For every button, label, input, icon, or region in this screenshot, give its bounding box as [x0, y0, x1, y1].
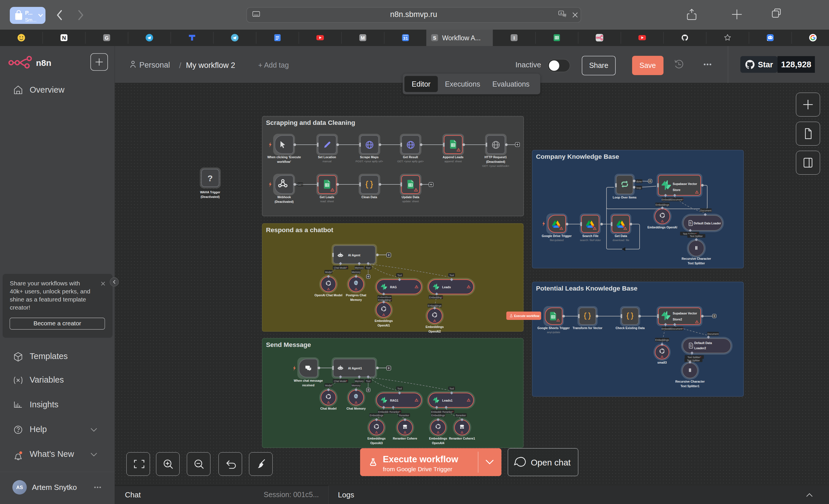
svg-text:(Deactivated): (Deactivated) — [486, 160, 505, 163]
svg-text:Text Splitter: Text Splitter — [688, 262, 705, 265]
svg-text:A: A — [560, 12, 562, 15]
svg-text:OpenAI4: OpenAI4 — [432, 441, 444, 445]
svg-text:Reranker Cohere: Reranker Cohere — [393, 437, 418, 440]
svg-text:Loader2: Loader2 — [694, 346, 706, 350]
svg-text:?: ? — [208, 173, 213, 183]
svg-text:loop: loop — [637, 186, 641, 189]
svg-text:Variables: Variables — [30, 375, 64, 384]
svg-text:40k+ users, unlock perks, and: 40k+ users, unlock perks, and — [10, 288, 91, 295]
svg-text:Embeddings OpenAI: Embeddings OpenAI — [647, 226, 677, 229]
svg-text:Execute workflow: Execute workflow — [383, 454, 459, 464]
svg-text:Clean Data: Clean Data — [362, 195, 377, 199]
svg-text:Evaluations: Evaluations — [492, 80, 529, 88]
svg-text:Embeddings: Embeddings — [429, 437, 447, 440]
svg-text:Session: 001c5...: Session: 001c5... — [264, 491, 319, 499]
svg-text:Loop Over Items: Loop Over Items — [613, 196, 637, 199]
svg-text:GET: <your apify get>: GET: <your apify get> — [397, 160, 424, 163]
svg-text:Reranker Cohere1: Reranker Cohere1 — [449, 437, 475, 440]
svg-text:from Google Drive Trigger: from Google Drive Trigger — [383, 466, 453, 472]
svg-text:Transform for Vector: Transform for Vector — [573, 326, 602, 330]
svg-text:Get Data: Get Data — [615, 234, 627, 238]
svg-text:Model: Model — [325, 384, 332, 387]
svg-text:Templates: Templates — [30, 352, 68, 361]
svg-text:Tool: Tool — [397, 387, 402, 390]
svg-text:OpenAI1: OpenAI1 — [377, 324, 390, 327]
svg-text:Embeddings: Embeddings — [426, 325, 443, 328]
svg-text:WAHA Trigger: WAHA Trigger — [200, 190, 220, 194]
svg-text:read: sheet: read: sheet — [320, 200, 334, 203]
svg-text:Supabase Vector: Supabase Vector — [673, 312, 697, 315]
svg-text:When clicking ‘Execute: When clicking ‘Execute — [267, 155, 301, 159]
svg-text:GET: GET — [298, 183, 302, 186]
svg-text:My workflow 2: My workflow 2 — [186, 61, 235, 70]
svg-text:Reranker*: Reranker* — [442, 411, 454, 413]
svg-text:Recursive Character: Recursive Character — [675, 380, 705, 383]
svg-text:M: M — [361, 35, 365, 41]
svg-text:Text Splitter*: Text Splitter* — [687, 356, 701, 359]
svg-text:128,928: 128,928 — [781, 60, 812, 69]
svg-text:workflow’: workflow’ — [277, 160, 291, 163]
svg-text:Embeddings: Embeddings — [367, 437, 386, 440]
svg-text:Embeddin: Embeddin — [378, 411, 390, 413]
svg-text:Personal: Personal — [139, 61, 170, 69]
svg-text:download: file: download: file — [613, 238, 629, 242]
svg-text:fileUpdated: fileUpdated — [550, 238, 564, 242]
svg-text:Chat: Chat — [125, 491, 141, 499]
svg-text:AI Agent1: AI Agent1 — [348, 366, 362, 370]
svg-text:Document: Document — [700, 209, 712, 212]
svg-text:EmbeddiDocument*: EmbeddiDocument* — [661, 198, 683, 201]
svg-text:Tool: Tool — [449, 274, 454, 277]
svg-text:Text Splitter: Text Splitter — [687, 359, 700, 362]
svg-text:Recursive Character: Recursive Character — [682, 257, 711, 260]
svg-text:Embeddings: Embeddings — [655, 203, 669, 206]
svg-text:Workflow A...: Workflow A... — [442, 34, 481, 42]
svg-text:Overview: Overview — [30, 85, 65, 94]
svg-text:AS: AS — [16, 485, 23, 490]
svg-text:Help: Help — [30, 425, 47, 434]
svg-text:Reranker: Reranker — [456, 414, 466, 417]
svg-text:Google Drive Trigger: Google Drive Trigger — [542, 234, 572, 238]
svg-text:creator!: creator! — [10, 304, 30, 311]
svg-text:Set Location: Set Location — [318, 155, 336, 159]
svg-text:Open chat: Open chat — [531, 458, 571, 467]
svg-text:Text Splitter1: Text Splitter1 — [681, 384, 699, 388]
svg-text:Tool: Tool — [397, 274, 402, 277]
svg-text:Respond as a chatbot: Respond as a chatbot — [266, 226, 333, 234]
svg-text:Tool: Tool — [366, 266, 370, 269]
svg-text:Append Leads: Append Leads — [443, 155, 464, 159]
svg-text:Chat Model*: Chat Model* — [334, 380, 348, 383]
svg-text:Embeddings: Embeddings — [374, 319, 393, 322]
svg-text:Become a creator: Become a creator — [33, 320, 81, 326]
svg-text:Memory: Memory — [350, 298, 362, 302]
svg-text:Google Sheets Trigger: Google Sheets Trigger — [537, 326, 570, 330]
svg-text:Default Data: Default Data — [694, 341, 712, 345]
svg-text:AI Agent: AI Agent — [348, 254, 360, 257]
svg-text:Embeddin: Embeddin — [431, 411, 442, 413]
svg-text:Leads1: Leads1 — [442, 399, 453, 402]
svg-text:Share: Share — [589, 61, 609, 69]
svg-text:Update Data: Update Data — [402, 195, 419, 199]
svg-text:Editor: Editor — [411, 80, 430, 88]
svg-text:Logs: Logs — [338, 491, 354, 499]
svg-text:OpenAI2: OpenAI2 — [428, 330, 441, 333]
svg-text:Inactive: Inactive — [515, 61, 541, 69]
svg-text:n8n: n8n — [36, 58, 51, 68]
svg-text:GET: <your webhook>: GET: <your webhook> — [482, 164, 509, 167]
svg-text:Scrape Maps: Scrape Maps — [360, 155, 379, 159]
svg-text:Default Data Loader: Default Data Loader — [694, 222, 721, 225]
svg-text:Embeddings: Embeddings — [655, 339, 669, 342]
svg-text:Memory: Memory — [352, 271, 361, 274]
svg-text:Get Leads: Get Leads — [320, 195, 334, 199]
svg-text:/: / — [179, 61, 181, 70]
svg-text:Check Existing Data: Check Existing Data — [616, 326, 645, 330]
svg-text:anyUpdate: anyUpdate — [547, 331, 560, 334]
svg-text:Reranker: Reranker — [399, 414, 409, 417]
svg-text:OpenAI3: OpenAI3 — [370, 441, 383, 445]
svg-text:search: fileFolder: search: fileFolder — [580, 238, 601, 242]
svg-text:Embedding*: Embedding* — [429, 296, 443, 299]
svg-text:I: I — [513, 35, 515, 41]
svg-text:shine as a featured template: shine as a featured template — [10, 296, 86, 303]
svg-text:small3: small3 — [657, 361, 667, 364]
svg-text:OpenAI Chat Model: OpenAI Chat Model — [315, 294, 343, 297]
svg-text:Embeddings: Embeddings — [431, 414, 445, 417]
